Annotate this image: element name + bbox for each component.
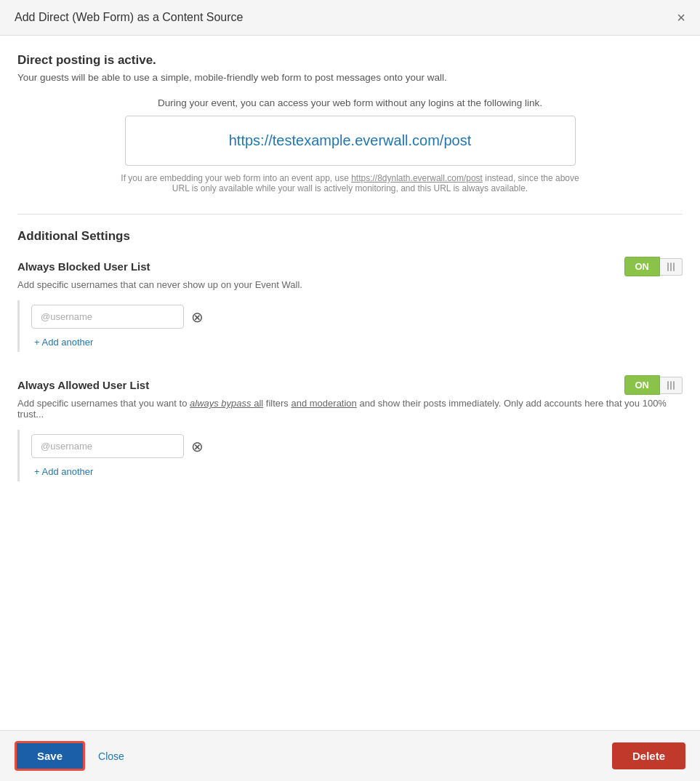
modal-title: Add Direct (Web Form) as a Content Sourc… — [15, 11, 244, 24]
allowed-desc-moderation: and moderation — [291, 398, 356, 409]
handle-bar-3 — [673, 263, 675, 271]
delete-button[interactable]: Delete — [612, 742, 685, 769]
blocked-input-row: ⊗ — [31, 305, 683, 329]
allowed-user-list-header: Always Allowed User List ON — [17, 375, 683, 395]
allowed-user-list-box: ⊗ + Add another — [17, 430, 683, 481]
direct-posting-heading: Direct posting is active. — [17, 53, 683, 68]
blocked-user-list-description: Add specific usernames that can never sh… — [17, 279, 683, 290]
modal-footer: Save Close Delete — [0, 730, 700, 781]
blocked-user-list-section: Always Blocked User List ON Add specific… — [17, 257, 683, 352]
modal-close-button[interactable]: × — [677, 10, 685, 25]
allowed-input-row: ⊗ — [31, 434, 683, 458]
allowed-toggle-group: ON — [624, 375, 683, 395]
allowed-desc-filters: filters — [263, 398, 291, 409]
divider — [17, 214, 683, 215]
allowed-desc-italic: always bypass — [190, 398, 254, 409]
embed-note-prefix: If you are embedding your web form into … — [121, 173, 351, 183]
footer-left: Save Close — [15, 741, 124, 771]
allowed-user-list-description: Add specific usernames that you want to … — [17, 398, 683, 420]
allowed-desc-prefix: Add specific usernames that you want to — [17, 398, 190, 409]
allowed-add-another-link[interactable]: + Add another — [34, 466, 93, 477]
direct-posting-description: Your guests will be able to use a simple… — [17, 72, 683, 83]
handle-bar-4 — [667, 381, 669, 390]
embed-note: If you are embedding your web form into … — [118, 173, 583, 193]
allowed-remove-button[interactable]: ⊗ — [191, 439, 204, 454]
close-link[interactable]: Close — [98, 750, 124, 762]
blocked-toggle-handle-button[interactable] — [660, 258, 683, 276]
additional-settings-heading: Additional Settings — [17, 229, 683, 244]
allowed-toggle-on-button[interactable]: ON — [624, 375, 661, 395]
modal: Add Direct (Web Form) as a Content Sourc… — [0, 0, 700, 781]
link-access-text: During your event, you can access your w… — [17, 97, 683, 108]
modal-header: Add Direct (Web Form) as a Content Sourc… — [0, 0, 700, 36]
modal-body: Direct posting is active. Your guests wi… — [0, 36, 700, 730]
allowed-user-list-section: Always Allowed User List ON Add specific… — [17, 375, 683, 481]
blocked-user-list-header: Always Blocked User List ON — [17, 257, 683, 276]
handle-bar-1 — [667, 263, 669, 271]
blocked-user-list-box: ⊗ + Add another — [17, 300, 683, 352]
blocked-remove-button[interactable]: ⊗ — [191, 310, 204, 324]
embed-url-link[interactable]: https://8dynlath.everwall.com/post — [351, 173, 483, 183]
web-form-url-box: https://testexample.everwall.com/post — [125, 116, 576, 166]
blocked-username-input[interactable] — [31, 305, 184, 329]
allowed-username-input[interactable] — [31, 434, 184, 458]
web-form-url-link[interactable]: https://testexample.everwall.com/post — [229, 132, 471, 148]
handle-bar-5 — [670, 381, 672, 390]
allowed-toggle-handle-button[interactable] — [660, 377, 683, 394]
handle-bar-2 — [670, 263, 672, 271]
allowed-desc-all: all — [254, 398, 263, 409]
blocked-user-list-label: Always Blocked User List — [17, 260, 150, 273]
handle-bar-6 — [673, 381, 675, 390]
blocked-add-another-link[interactable]: + Add another — [34, 337, 93, 348]
save-button[interactable]: Save — [15, 741, 85, 771]
blocked-toggle-on-button[interactable]: ON — [624, 257, 661, 276]
allowed-user-list-label: Always Allowed User List — [17, 379, 149, 391]
blocked-toggle-group: ON — [624, 257, 683, 276]
